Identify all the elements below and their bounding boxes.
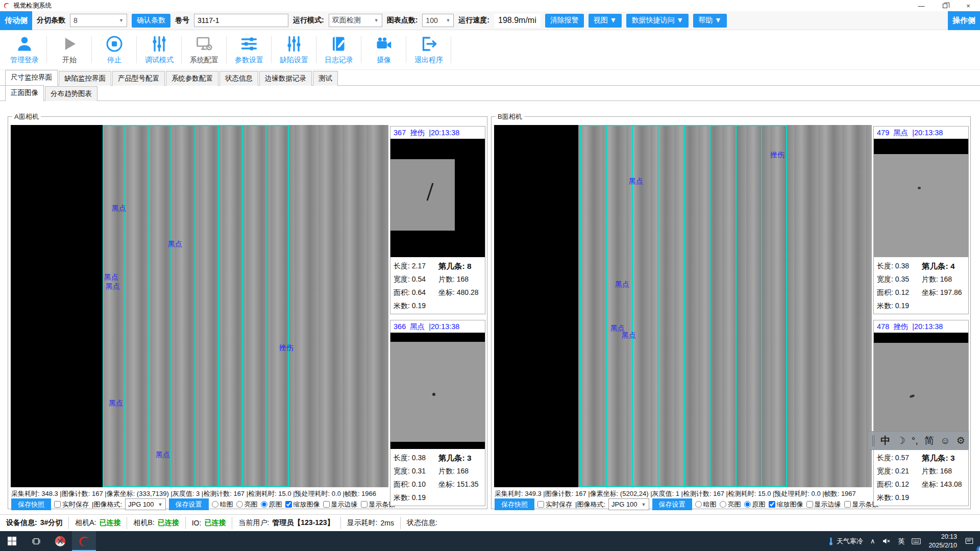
tab-status-info[interactable]: 状态信息	[219, 71, 258, 86]
taskbar-app-snipping[interactable]	[48, 531, 72, 551]
defect-card: 479 黑点 |20:13:38 长度: 0.38 第几条: 4 宽度: 0.3…	[873, 126, 969, 314]
confirm-count-button[interactable]: 确认条数	[132, 14, 170, 28]
strip-boundary-line	[124, 125, 125, 487]
exit-program-button[interactable]: 退出程序	[406, 30, 451, 69]
restore-button[interactable]	[933, 0, 957, 11]
app-window: 视觉检测系统 — × 传动侧 分切条数 8 ▼ 确认条数 卷号 运行模式: 双面…	[0, 0, 980, 551]
defect-time: |20:13:38	[912, 129, 943, 137]
strip-boundary-line	[194, 125, 195, 487]
start-button[interactable]: 开始	[47, 30, 92, 69]
tab-product-model-config[interactable]: 产品型号配置	[112, 71, 165, 86]
defect-length: 0.38	[895, 262, 909, 270]
taskbar-app-vision-system[interactable]	[72, 531, 96, 551]
log-record-button[interactable]: 日志记录	[316, 30, 361, 69]
ime-lang-toggle[interactable]: 中	[880, 434, 890, 447]
defect-time: |20:13:38	[429, 129, 459, 137]
ime-emoji-button[interactable]: ☺	[940, 435, 950, 446]
ime-settings-gear-icon[interactable]: ⚙	[957, 435, 965, 446]
drive-side-button[interactable]: 传动侧	[0, 11, 32, 30]
bright-image-radio[interactable]	[720, 501, 726, 508]
keyboard-icon	[912, 538, 921, 545]
run-mode-select[interactable]: 双面检测 ▼	[329, 14, 382, 27]
touch-keyboard-button[interactable]	[908, 531, 924, 551]
ime-simplified-toggle[interactable]: 简	[924, 434, 934, 447]
tab-defect-monitor[interactable]: 缺陷监控界面	[59, 71, 111, 86]
defect-coord: 480.28	[457, 288, 479, 296]
image-format-select[interactable]: JPG 100▼	[608, 498, 649, 510]
defect-mark-label: 黑点	[112, 204, 126, 213]
view-menu-button[interactable]: 视图 ▼	[589, 14, 622, 28]
roll-input[interactable]	[194, 14, 288, 27]
tab-edge-data-record[interactable]: 边缘数据记录	[259, 71, 312, 86]
camera-a-title: A面相机	[12, 112, 41, 121]
admin-login-button[interactable]: 管理登录	[2, 30, 47, 69]
camera-b-controls: 保存快照 实时保存 |图像格式: JPG 100▼ 保存设置 暗图 亮图 原图 …	[495, 498, 872, 510]
stop-button[interactable]: 停止	[92, 30, 137, 69]
defect-time: |20:13:38	[912, 322, 943, 331]
camera-a-panel: A面相机 黑点 黑点 黑点 黑点 挫伤 黑点 黑点 采集耗时: 348.3 |图…	[8, 116, 487, 509]
tab-test[interactable]: 测试	[313, 71, 338, 86]
ime-language-bar: 中 ☽ °, 简 ☺ ⚙	[868, 431, 969, 450]
drag-handle-icon[interactable]	[872, 435, 874, 446]
chevron-down-icon: ▼	[119, 18, 124, 23]
chart-points-select[interactable]: 100 ▼	[422, 14, 454, 27]
user-icon	[15, 35, 34, 53]
bright-image-radio[interactable]	[236, 501, 243, 508]
save-settings-button[interactable]: 保存设置	[169, 498, 209, 510]
show-edge-checkbox[interactable]	[806, 501, 813, 508]
defect-id: 478	[877, 322, 889, 331]
save-snapshot-button[interactable]: 保存快照	[11, 498, 51, 510]
defect-settings-button[interactable]: 缺陷设置	[272, 30, 316, 69]
ime-language-indicator[interactable]: 英	[894, 531, 908, 551]
original-image-radio[interactable]	[744, 501, 751, 508]
ime-punctuation-toggle[interactable]: °,	[912, 435, 918, 446]
system-config-button[interactable]: 系统配置	[182, 30, 227, 69]
roll-label: 卷号	[175, 16, 189, 25]
realtime-save-checkbox[interactable]	[537, 501, 544, 508]
zoom-image-checkbox[interactable]	[285, 501, 292, 508]
defect-length: 0.57	[895, 454, 909, 462]
original-image-radio[interactable]	[261, 501, 267, 508]
strip-boundary-line	[580, 125, 581, 487]
zoom-image-checkbox[interactable]	[769, 501, 775, 508]
tray-expand-button[interactable]: ∧	[867, 531, 879, 551]
ime-moon-icon[interactable]: ☽	[897, 435, 905, 446]
operator-side-button[interactable]: 操作侧	[948, 11, 980, 30]
defect-mark-label: 挫伤	[279, 343, 293, 353]
camera-a-conn-status: 已连接	[99, 518, 120, 528]
tab-distribution-chart[interactable]: 分布趋势图表	[45, 86, 97, 101]
strip-boundary-line	[580, 486, 787, 487]
realtime-save-checkbox[interactable]	[54, 501, 61, 508]
defect-mark-label: 黑点	[168, 240, 182, 249]
windows-start-icon	[8, 537, 16, 545]
data-quick-access-button[interactable]: 数据快捷访问 ▼	[626, 14, 689, 28]
param-settings-button[interactable]: 参数设置	[227, 30, 272, 69]
dark-image-radio[interactable]	[695, 501, 702, 508]
minimize-button[interactable]: —	[910, 0, 933, 11]
show-edge-checkbox[interactable]	[323, 501, 330, 508]
save-settings-button[interactable]: 保存设置	[652, 498, 692, 510]
help-menu-button[interactable]: 帮助 ▼	[693, 14, 727, 28]
show-strips-checkbox[interactable]	[844, 501, 851, 508]
icon-toolbar: 管理登录 开始 停止 调试模式 系统配置 参数设置 缺陷设置 日志记录	[0, 30, 980, 70]
tab-size-monitor[interactable]: 尺寸监控界面	[5, 70, 58, 86]
tab-front-image[interactable]: 正面图像	[5, 85, 44, 101]
task-view-button[interactable]	[24, 531, 48, 551]
taskbar-clock[interactable]: 20:13 2025/2/10	[924, 533, 961, 549]
sub-tab-strip: 正面图像 分布趋势图表	[0, 86, 980, 101]
io-conn-label: IO:	[192, 519, 202, 527]
close-button[interactable]: ×	[957, 0, 980, 11]
clear-alarm-button[interactable]: 清除报警	[545, 14, 584, 28]
start-button[interactable]	[0, 531, 24, 551]
save-snapshot-button[interactable]: 保存快照	[495, 498, 534, 510]
volume-tray-button[interactable]	[878, 531, 894, 551]
tab-system-param-config[interactable]: 系统参数配置	[166, 71, 218, 86]
image-format-select[interactable]: JPG 100▼	[125, 498, 166, 510]
action-center-button[interactable]: 6	[961, 531, 980, 551]
split-count-select[interactable]: 8 ▼	[70, 14, 127, 27]
capture-button[interactable]: 摄像	[361, 30, 406, 69]
show-strips-checkbox[interactable]	[361, 501, 368, 508]
debug-mode-button[interactable]: 调试模式	[137, 30, 182, 69]
dark-image-radio[interactable]	[212, 501, 218, 508]
weather-tray-item[interactable]: 天气寒冷	[824, 531, 867, 551]
